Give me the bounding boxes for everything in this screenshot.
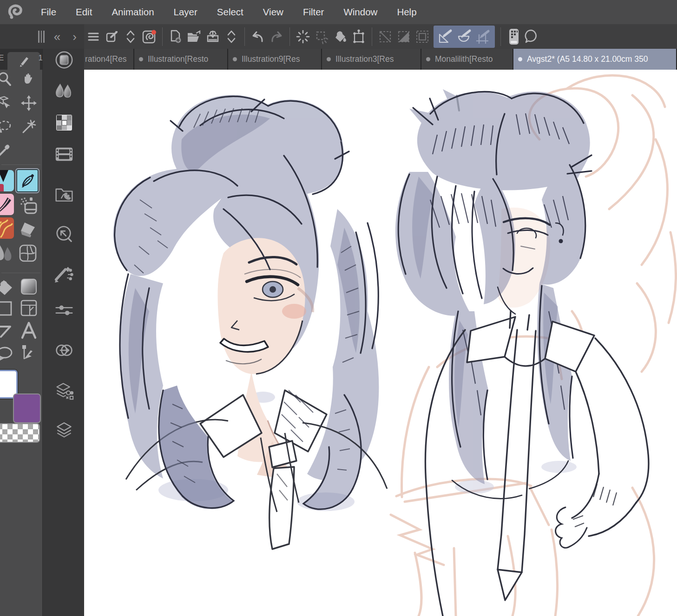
- selection-border-button[interactable]: [413, 27, 432, 46]
- tab-illustration4[interactable]: ration4[Res: [84, 49, 133, 70]
- unsaved-dot-icon: [139, 57, 143, 61]
- fill-tool-button[interactable]: [331, 27, 349, 46]
- palette-header-strip: « ›: [0, 24, 84, 49]
- new-canvas-button[interactable]: [166, 27, 185, 46]
- move-tool[interactable]: [19, 93, 39, 113]
- snap-toggle-group: [434, 26, 495, 48]
- palette-tab-pencil[interactable]: [7, 52, 40, 70]
- snap-to-grid-button[interactable]: [473, 27, 492, 46]
- layers-panel-icon[interactable]: [54, 419, 74, 439]
- tab-illustration3[interactable]: Illustration3[Res: [322, 49, 421, 70]
- redo-button[interactable]: [267, 27, 286, 46]
- eyedropper-tool[interactable]: [0, 140, 15, 160]
- tool-palette: E 1: [0, 49, 42, 616]
- gradient-fill-chip[interactable]: [0, 277, 15, 298]
- snap-to-ruler-button[interactable]: [436, 27, 455, 46]
- airbrush-tool[interactable]: [18, 195, 38, 216]
- tab-illustration9[interactable]: Illustration9[Res: [228, 49, 321, 70]
- tool-divider: [1, 164, 40, 165]
- menu-edit[interactable]: Edit: [66, 0, 102, 24]
- tab-illustration[interactable]: Illustration[Resto: [134, 49, 227, 70]
- blend-tool-chip[interactable]: [0, 242, 14, 263]
- tab-monalilith[interactable]: Monalilith[Resto: [421, 49, 513, 70]
- palette-expand-button[interactable]: ›: [70, 31, 79, 43]
- selection-convert-button[interactable]: [394, 27, 413, 46]
- tool-property-panel-icon[interactable]: [54, 301, 74, 320]
- palette-collapse-button[interactable]: «: [51, 31, 63, 43]
- gradient-tool[interactable]: [19, 276, 39, 297]
- divide-frame-tool[interactable]: [19, 298, 39, 318]
- reselect-button[interactable]: [312, 27, 331, 46]
- sub-view-panel-icon[interactable]: [54, 224, 74, 244]
- hand-tool[interactable]: [19, 69, 39, 89]
- object-tool[interactable]: [0, 93, 15, 113]
- menu-window[interactable]: Window: [334, 0, 387, 24]
- panel-icon-strip: [42, 49, 84, 616]
- layer-property-panel-icon[interactable]: [54, 381, 74, 401]
- balloon-tool[interactable]: [0, 343, 15, 364]
- zoom-tool[interactable]: [0, 69, 15, 89]
- menu-help[interactable]: Help: [387, 0, 426, 24]
- tool-palette-tabs: E 1: [0, 49, 42, 70]
- clip-studio-paint-window: File Edit Animation Layer Select View Fi…: [0, 0, 677, 616]
- assistant-button[interactable]: [523, 27, 542, 46]
- transform-button[interactable]: [349, 27, 368, 46]
- save-button[interactable]: [204, 27, 222, 46]
- selection-invert-button[interactable]: [376, 27, 394, 46]
- color-mix-panel-icon[interactable]: [54, 82, 74, 101]
- clip-studio-app-button[interactable]: [140, 27, 158, 46]
- canvas-artwork: [84, 70, 677, 616]
- correct-line-tool[interactable]: [19, 342, 39, 363]
- menu-bar: File Edit Animation Layer Select View Fi…: [0, 0, 677, 24]
- pencil-icon: [17, 54, 31, 67]
- file-group-collapse-icon[interactable]: [222, 27, 241, 46]
- command-bar: « ›: [0, 24, 677, 49]
- figure-tool[interactable]: [0, 321, 15, 341]
- auto-action-panel-icon[interactable]: [54, 341, 74, 360]
- open-in-clip-studio-button[interactable]: [103, 27, 121, 46]
- timeline-panel-icon[interactable]: [54, 144, 74, 164]
- decoration-tool-chip[interactable]: [0, 218, 14, 238]
- menu-animation[interactable]: Animation: [102, 0, 164, 24]
- menu-select[interactable]: Select: [207, 0, 253, 24]
- open-file-button[interactable]: [185, 27, 204, 46]
- auto-select-tool[interactable]: [19, 117, 39, 137]
- palette-tab-partial-left[interactable]: E: [0, 53, 4, 63]
- menu-layer[interactable]: Layer: [164, 0, 207, 24]
- deselect-button[interactable]: [294, 27, 312, 46]
- toolbar-collapse-icon[interactable]: [121, 27, 140, 46]
- material-panel-icon[interactable]: [54, 184, 74, 204]
- secondary-color-swatch[interactable]: [13, 393, 41, 423]
- sub-tool-panel-icon[interactable]: [54, 264, 74, 284]
- unsaved-dot-icon: [233, 57, 237, 61]
- palette-tab-partial-right[interactable]: 1: [39, 53, 42, 63]
- lasso-select-tool[interactable]: [0, 117, 15, 137]
- brush-tool-chip[interactable]: [0, 194, 14, 215]
- snap-to-special-ruler-button[interactable]: [455, 27, 473, 46]
- canvas-viewport[interactable]: [84, 70, 677, 616]
- tool-divider: [1, 273, 40, 273]
- unsaved-dot-icon: [327, 57, 331, 61]
- frame-border-tool[interactable]: [0, 298, 15, 319]
- text-tool[interactable]: [19, 320, 39, 341]
- marker-tool-chip[interactable]: [0, 170, 14, 191]
- unsaved-dot-icon: [426, 57, 430, 61]
- menu-view[interactable]: View: [253, 0, 293, 24]
- unsaved-dot-icon: [518, 57, 522, 61]
- menu-file[interactable]: File: [31, 0, 66, 24]
- main-menu-button[interactable]: [84, 27, 103, 46]
- color-set-panel-icon[interactable]: [54, 113, 74, 132]
- tab-avgst2-active[interactable]: Avgst2* (A5 14.80 x 21.00cm 350: [513, 49, 676, 70]
- document-tab-bar: ration4[Res Illustration[Resto Illustrat…: [84, 49, 677, 70]
- eraser-tool[interactable]: [18, 219, 38, 239]
- quick-access-panel-icon[interactable]: [54, 50, 74, 70]
- undo-button[interactable]: [249, 27, 267, 46]
- transparent-color-swatch[interactable]: [0, 423, 40, 443]
- menu-filter[interactable]: Filter: [293, 0, 334, 24]
- tabmate-button[interactable]: [505, 27, 523, 46]
- palette-drag-handle-icon[interactable]: [38, 31, 45, 43]
- app-logo-icon: [0, 0, 31, 24]
- pen-tool-selected[interactable]: [15, 168, 39, 193]
- liquify-tool[interactable]: [18, 243, 38, 263]
